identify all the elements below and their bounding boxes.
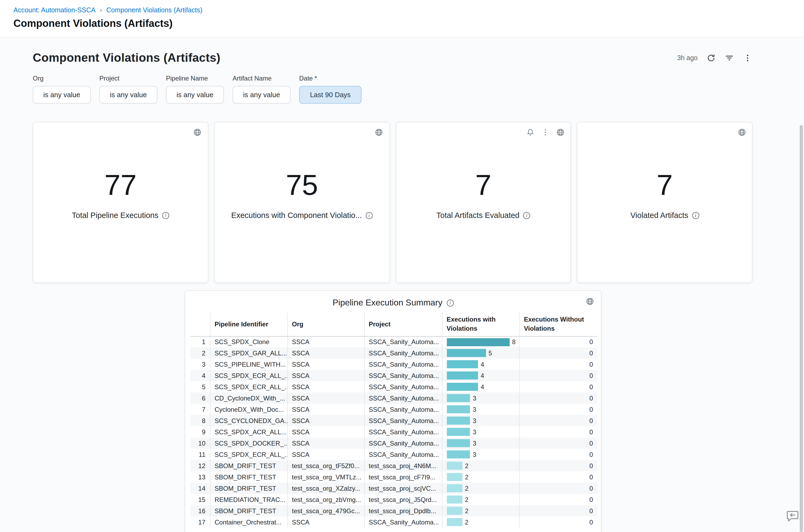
executions-with-violations-cell[interactable]: 4 [442, 381, 519, 393]
violations-value: 3 [473, 452, 476, 458]
col-pipeline-identifier[interactable]: Pipeline Identifier [210, 313, 287, 336]
globe-icon[interactable] [737, 127, 747, 137]
tile-total-pipeline-executions: 77 Total Pipeline Executions i [33, 122, 208, 283]
executions-with-violations-cell[interactable]: 3 [442, 415, 519, 426]
violations-bar[interactable] [447, 507, 463, 515]
kpi-value: 77 [105, 170, 137, 199]
row-index: 12 [190, 460, 210, 472]
pipeline-execution-summary-card: Pipeline Execution Summary i Pipeline Id… [185, 290, 601, 532]
row-index: 4 [190, 370, 210, 381]
executions-with-violations-cell[interactable]: 2 [442, 460, 519, 472]
filter-pipeline-name-value[interactable]: is any value [166, 86, 224, 103]
info-icon[interactable]: i [366, 212, 372, 219]
pipeline-identifier-cell[interactable]: SBOM_DRIFT_TEST [210, 460, 287, 472]
pipeline-identifier-cell[interactable]: SCS_PIPELINE_WITH... [210, 359, 287, 370]
violations-bar[interactable] [447, 462, 463, 470]
filter-date-value[interactable]: Last 90 Days [299, 86, 361, 103]
pipeline-identifier-cell[interactable]: SCS_SPDX_ECR_ALL_... [210, 370, 287, 381]
globe-icon[interactable] [556, 127, 565, 137]
pipeline-identifier-cell[interactable]: SBOM_DRIFT_TEST [210, 472, 287, 483]
info-icon[interactable]: i [162, 212, 169, 219]
org-cell: SSCA [287, 348, 364, 359]
pipeline-identifier-cell[interactable]: SCS_SPDX_ECR_ALL_... [210, 381, 287, 393]
violations-bar[interactable] [447, 338, 509, 346]
org-cell: SSCA [287, 359, 364, 370]
executions-with-violations-cell[interactable]: 8 [442, 336, 519, 348]
violations-bar[interactable] [447, 451, 470, 459]
executions-with-violations-cell[interactable]: 5 [442, 348, 519, 359]
pipeline-identifier-cell[interactable]: SCS_SPDX_DOCKER_... [210, 438, 287, 449]
pipeline-identifier-cell[interactable]: SBOM_DRIFT_TEST [210, 483, 287, 494]
pipeline-identifier-cell[interactable]: REMEDIATION_TRAC... [210, 494, 287, 506]
filter-org-value[interactable]: is any value [33, 86, 91, 103]
info-icon[interactable]: i [447, 299, 454, 306]
pipeline-identifier-cell[interactable]: CycloneDX_With_Doc... [210, 404, 287, 415]
alert-bell-icon[interactable] [525, 127, 535, 137]
col-project[interactable]: Project [364, 313, 442, 336]
executions-with-violations-cell[interactable]: 4 [442, 359, 519, 370]
org-cell: SSCA [287, 404, 364, 415]
executions-with-violations-cell[interactable]: 3 [442, 404, 519, 415]
violations-bar[interactable] [447, 473, 463, 481]
help-chat-icon[interactable] [785, 509, 800, 524]
filter-pipeline-name: Pipeline Name is any value [166, 75, 224, 103]
pipeline-identifier-cell[interactable]: SCS_SPDX_GAR_ALL... [210, 348, 287, 359]
executions-with-violations-cell[interactable]: 2 [442, 517, 519, 528]
globe-icon[interactable] [374, 127, 384, 137]
violations-bar[interactable] [447, 372, 478, 380]
executions-without-violations-cell: 0 [519, 415, 597, 426]
info-icon[interactable]: i [523, 212, 530, 219]
executions-with-violations-cell[interactable]: 3 [442, 426, 519, 438]
violations-bar[interactable] [447, 439, 470, 448]
executions-with-violations-cell[interactable]: 2 [442, 472, 519, 483]
violations-bar[interactable] [447, 383, 478, 391]
col-org[interactable]: Org [287, 313, 364, 336]
dashboard-header: Component Violations (Artifacts) 3h ago [33, 38, 752, 65]
executions-with-violations-cell[interactable]: 2 [442, 483, 519, 494]
filter-project-value[interactable]: is any value [99, 86, 157, 103]
tile-total-artifacts-evaluated: 7 Total Artifacts Evaluated i [396, 122, 571, 283]
pipeline-identifier-cell[interactable]: CD_CycloneDX_With_... [210, 393, 287, 404]
pipeline-identifier-cell[interactable]: SBOM_DRIFT_TEST [210, 506, 287, 517]
executions-with-violations-cell[interactable]: 3 [442, 438, 519, 449]
violations-bar[interactable] [447, 349, 486, 357]
breadcrumb-page-link[interactable]: Component Violations (Artifacts) [106, 6, 203, 14]
filter-org-label: Org [33, 75, 91, 82]
breadcrumb-account-link[interactable]: Account: Automation-SSCA [14, 6, 96, 14]
violations-bar[interactable] [447, 484, 463, 493]
violations-bar[interactable] [447, 394, 470, 402]
globe-icon[interactable] [193, 127, 203, 137]
pipeline-identifier-cell[interactable]: Container_Orchestrat... [210, 517, 287, 528]
pipeline-identifier-cell[interactable]: SCS_SPDX_ACR_ALL... [210, 426, 287, 438]
executions-without-violations-cell: 0 [519, 359, 597, 370]
kebab-menu-icon[interactable] [743, 53, 752, 63]
globe-icon[interactable] [585, 296, 595, 306]
table-row: 13SBOM_DRIFT_TESTtest_ssca_org_VMTLz...t… [190, 472, 597, 483]
violations-bar[interactable] [447, 360, 478, 368]
executions-with-violations-cell[interactable]: 3 [442, 393, 519, 404]
col-executions-with-violations[interactable]: Executions with Violations [442, 313, 519, 336]
violations-bar[interactable] [447, 518, 463, 526]
violations-bar[interactable] [447, 428, 470, 436]
kebab-menu-icon[interactable] [541, 127, 550, 137]
executions-with-violations-cell[interactable]: 4 [442, 370, 519, 381]
violations-value: 2 [465, 519, 469, 526]
executions-with-violations-cell[interactable]: 3 [442, 449, 519, 460]
info-icon[interactable]: i [692, 212, 699, 219]
refresh-icon[interactable] [706, 53, 716, 63]
vertical-scrollbar[interactable] [800, 125, 803, 532]
pipeline-identifier-cell[interactable]: SCS_CYCLONEDX_GA... [210, 415, 287, 426]
filter-artifact-name-value[interactable]: is any value [232, 86, 291, 103]
col-executions-without-violations[interactable]: Executions Without Violations [519, 313, 597, 336]
violations-bar[interactable] [447, 496, 463, 504]
project-cell: test_ssca_proj_J5Qrd... [364, 494, 442, 506]
violations-bar[interactable] [447, 417, 470, 425]
pipeline-identifier-cell[interactable]: SCS_SPDX_Clone [210, 336, 287, 348]
executions-with-violations-cell[interactable]: 2 [442, 506, 519, 517]
row-index: 15 [190, 494, 210, 506]
filter-icon[interactable] [725, 53, 734, 63]
pipeline-identifier-cell[interactable]: SCS_SPDX_ECR_ALL_... [210, 449, 287, 460]
executions-with-violations-cell[interactable]: 2 [442, 494, 519, 506]
org-cell: SSCA [287, 393, 364, 404]
violations-bar[interactable] [447, 405, 470, 414]
